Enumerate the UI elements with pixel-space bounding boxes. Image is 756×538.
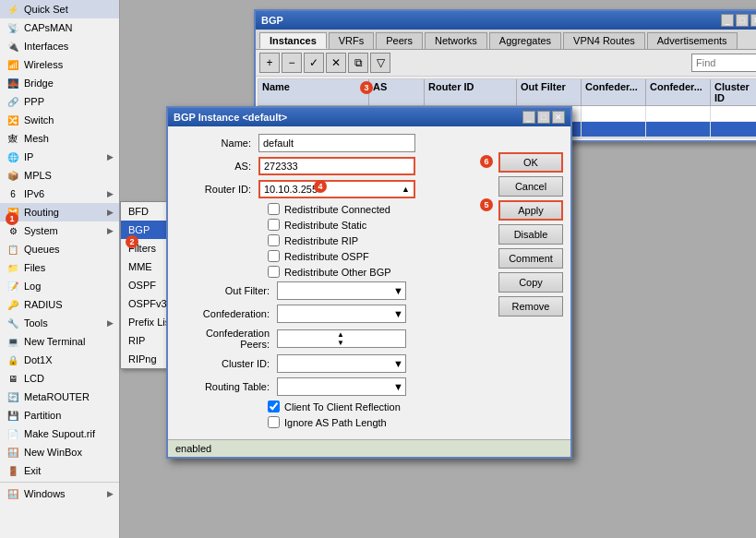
sidebar-label: Bridge bbox=[24, 78, 54, 89]
out-filter-select[interactable]: ▼ bbox=[277, 281, 406, 300]
sidebar-item-wireless[interactable]: 📶 Wireless bbox=[0, 55, 119, 74]
check-button[interactable]: ✓ bbox=[304, 53, 324, 73]
ok-button[interactable]: OK bbox=[498, 152, 563, 173]
sidebar-item-make-supout[interactable]: 📄 Make Supout.rif bbox=[0, 424, 119, 443]
sidebar-label: New Terminal bbox=[24, 336, 85, 347]
sidebar-item-new-terminal[interactable]: 💻 New Terminal bbox=[0, 332, 119, 351]
sidebar-item-tools[interactable]: 🔧 Tools ▶ bbox=[0, 314, 119, 332]
redist-connected-checkbox[interactable] bbox=[268, 203, 280, 215]
tab-vpn4-routes[interactable]: VPN4 Routes bbox=[563, 32, 645, 49]
tab-peers[interactable]: Peers bbox=[376, 32, 423, 49]
cluster-id-select[interactable]: ▼ bbox=[277, 354, 406, 373]
tab-instances[interactable]: Instances bbox=[259, 32, 327, 49]
queues-icon: 📋 bbox=[6, 242, 20, 257]
terminal-icon: 💻 bbox=[6, 334, 20, 349]
add-button[interactable]: + bbox=[259, 53, 280, 73]
sidebar-label: PPP bbox=[24, 96, 44, 107]
sidebar-item-system[interactable]: ⚙ System ▶ bbox=[0, 221, 119, 240]
row-conf2 bbox=[646, 122, 711, 137]
comment-button[interactable]: Comment bbox=[498, 248, 563, 269]
sidebar-item-new-winbox[interactable]: 🪟 New WinBox bbox=[0, 443, 119, 461]
name-row: Name: bbox=[175, 134, 563, 152]
confederation-select[interactable]: ▼ bbox=[277, 305, 406, 323]
windows-arrow-icon: ▶ bbox=[107, 489, 114, 498]
sidebar-item-partition[interactable]: 💾 Partition bbox=[0, 406, 119, 424]
col-cluster-id: Cluster ID bbox=[711, 79, 756, 105]
col-name: Name bbox=[258, 79, 369, 105]
sidebar-item-ppp[interactable]: 🔗 PPP bbox=[0, 92, 119, 111]
sidebar-item-log[interactable]: 📝 Log bbox=[0, 277, 119, 295]
badge-5: 5 bbox=[480, 198, 493, 211]
redist-static-checkbox[interactable] bbox=[268, 219, 280, 231]
sidebar-item-windows[interactable]: 🪟 Windows ▶ bbox=[0, 484, 119, 503]
sidebar-item-lcd[interactable]: 🖥 LCD bbox=[0, 369, 119, 388]
switch-icon: 🔀 bbox=[6, 113, 20, 127]
cluster-id-arrow: ▼ bbox=[393, 358, 403, 369]
bgp-minimize-button[interactable]: _ bbox=[721, 14, 734, 27]
sidebar-item-mpls[interactable]: 📦 MPLS bbox=[0, 166, 119, 185]
redist-ospf-checkbox[interactable] bbox=[268, 250, 280, 262]
disable-button[interactable]: Disable bbox=[498, 224, 563, 245]
router-id-dropdown-arrow: ▲ bbox=[402, 185, 410, 194]
confederation-label: Confederation: bbox=[175, 308, 277, 319]
remove-button[interactable]: − bbox=[282, 53, 302, 73]
sidebar-item-switch[interactable]: 🔀 Switch bbox=[0, 111, 119, 129]
dialog-close-button[interactable]: ✕ bbox=[552, 111, 565, 124]
tab-networks[interactable]: Networks bbox=[425, 32, 487, 49]
redist-other-bgp-checkbox[interactable] bbox=[268, 266, 280, 278]
sidebar-item-metarouter[interactable]: 🔄 MetaROUTER bbox=[0, 388, 119, 406]
routing-table-row: Routing Table: ▼ bbox=[175, 377, 563, 396]
sidebar-item-dot1x[interactable]: 🔒 Dot1X bbox=[0, 351, 119, 369]
bgp-close-button[interactable]: ✕ bbox=[750, 14, 756, 27]
sidebar: ⚡ Quick Set 📡 CAPsMAN 🔌 Interfaces 📶 Wir… bbox=[0, 0, 120, 538]
sidebar-item-quick-set[interactable]: ⚡ Quick Set bbox=[0, 0, 119, 18]
ignore-as-path-checkbox[interactable] bbox=[268, 416, 280, 428]
name-label: Name: bbox=[175, 137, 258, 149]
sidebar-item-capsman[interactable]: 📡 CAPsMAN bbox=[0, 18, 119, 37]
sidebar-item-files[interactable]: 📁 Files bbox=[0, 258, 119, 277]
windows-icon: 🪟 bbox=[6, 486, 20, 501]
as-input[interactable] bbox=[258, 157, 415, 175]
sidebar-item-ip[interactable]: 🌐 IP ▶ bbox=[0, 148, 119, 166]
sidebar-label: RADIUS bbox=[24, 299, 63, 310]
dialog-maximize-button[interactable]: □ bbox=[537, 111, 550, 124]
router-id-dropdown[interactable]: 10.10.3.255 ▲ bbox=[258, 180, 415, 198]
sidebar-item-exit[interactable]: 🚪 Exit bbox=[0, 461, 119, 480]
cancel-button[interactable]: Cancel bbox=[498, 176, 563, 197]
name-input[interactable] bbox=[258, 134, 415, 152]
find-input[interactable] bbox=[691, 54, 756, 72]
filter-button[interactable]: ▽ bbox=[370, 53, 390, 73]
col-out-filter: Out Filter bbox=[517, 79, 582, 105]
sidebar-label: LCD bbox=[24, 373, 44, 384]
badge-1: 1 bbox=[6, 212, 18, 225]
sidebar-label: Windows bbox=[24, 488, 66, 499]
remove-button[interactable]: Remove bbox=[498, 296, 563, 317]
sidebar-item-interfaces[interactable]: 🔌 Interfaces bbox=[0, 37, 119, 55]
winbox-icon: 🪟 bbox=[6, 445, 20, 460]
sidebar-label: Interfaces bbox=[24, 41, 68, 52]
sidebar-item-queues[interactable]: 📋 Queues bbox=[0, 240, 119, 258]
confederation-peers-select[interactable]: ▲ ▼ bbox=[277, 329, 406, 348]
routing-table-select[interactable]: ▼ bbox=[277, 377, 406, 396]
copy-button[interactable]: Copy bbox=[498, 272, 563, 293]
tab-aggregates[interactable]: Aggregates bbox=[489, 32, 561, 49]
bgp-maximize-button[interactable]: □ bbox=[736, 14, 749, 27]
tab-advertisements[interactable]: Advertisements bbox=[647, 32, 738, 49]
apply-button[interactable]: Apply bbox=[498, 200, 563, 221]
sidebar-label: CAPsMAN bbox=[24, 22, 73, 33]
client-reflection-checkbox[interactable] bbox=[268, 401, 280, 412]
copy-toolbar-button[interactable]: ⧉ bbox=[348, 53, 368, 73]
dialog-buttons: OK Cancel Apply Disable Comment Copy Rem… bbox=[498, 152, 563, 317]
router-id-value: 10.10.3.255 bbox=[264, 184, 318, 195]
redist-static-label: Redistribute Static bbox=[284, 220, 366, 231]
x-button[interactable]: ✕ bbox=[326, 53, 346, 73]
sidebar-item-radius[interactable]: 🔑 RADIUS bbox=[0, 295, 119, 314]
sidebar-item-ipv6[interactable]: 6 IPv6 ▶ bbox=[0, 185, 119, 203]
radius-icon: 🔑 bbox=[6, 297, 20, 312]
cluster-id-label: Cluster ID: bbox=[175, 358, 277, 369]
tab-vrfs[interactable]: VRFs bbox=[329, 32, 375, 49]
redist-rip-checkbox[interactable] bbox=[268, 234, 280, 246]
sidebar-item-mesh[interactable]: 🕸 Mesh bbox=[0, 129, 119, 148]
dialog-minimize-button[interactable]: _ bbox=[522, 111, 535, 124]
sidebar-item-bridge[interactable]: 🌉 Bridge bbox=[0, 74, 119, 92]
